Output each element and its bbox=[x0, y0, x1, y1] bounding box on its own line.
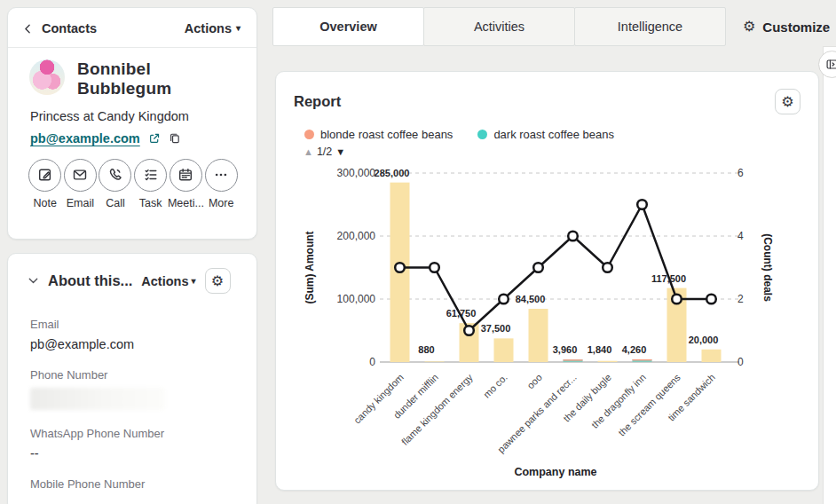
quick-actions-row: NoteEmailCallTaskMeeti...More bbox=[8, 146, 256, 209]
field-value[interactable]: -- bbox=[30, 497, 235, 504]
bar-dunder-mifflin[interactable] bbox=[425, 361, 445, 362]
quick-action-label: More bbox=[209, 197, 233, 209]
left-axis-tick: 200,000 bbox=[337, 230, 376, 242]
legend-dot bbox=[304, 130, 314, 139]
chevron-left-icon bbox=[22, 23, 34, 35]
more-icon bbox=[213, 167, 229, 183]
report-settings-button[interactable]: ⚙ bbox=[775, 89, 801, 114]
right-axis-tick: 4 bbox=[737, 230, 744, 242]
bar-label: 37,500 bbox=[481, 323, 511, 334]
chevron-down-icon: ▾ bbox=[192, 277, 196, 286]
legend-item[interactable]: blonde roast coffee beans bbox=[304, 128, 453, 141]
line-point-the-daily-bugle[interactable] bbox=[603, 263, 612, 272]
bar-label: 285,000 bbox=[375, 168, 410, 178]
email-icon bbox=[72, 167, 88, 183]
chevron-down-icon: ▾ bbox=[236, 24, 241, 33]
about-field: Mobile Phone Number-- bbox=[30, 477, 235, 504]
tab-overview[interactable]: Overview bbox=[272, 7, 424, 46]
chart-legend: blonde roast coffee beansdark roast coff… bbox=[304, 128, 801, 141]
left-axis-tick: 100,000 bbox=[337, 293, 376, 305]
customize-button[interactable]: ⚙ Customize bbox=[737, 7, 835, 46]
gear-icon: ⚙ bbox=[211, 274, 224, 288]
right-axis-title: (Count) deals bbox=[761, 233, 774, 302]
bar-cap bbox=[633, 359, 652, 360]
line-point-candy-kingdom[interactable] bbox=[395, 263, 405, 272]
about-field: Emailpb@example.com bbox=[30, 318, 235, 351]
bar-time-sandwich[interactable] bbox=[702, 350, 722, 362]
line-point-the-scream-queens[interactable] bbox=[672, 295, 682, 304]
contact-actions-button[interactable]: Actions ▾ bbox=[185, 21, 241, 35]
bar-ooo[interactable] bbox=[529, 309, 548, 362]
legend-page-down-button[interactable]: ▼ bbox=[335, 146, 345, 157]
line-point-the-dragonfly-inn[interactable] bbox=[637, 200, 647, 209]
x-category-label: flame kingdom energy bbox=[399, 372, 475, 447]
quick-action-label: Email bbox=[67, 197, 94, 209]
quick-action-more[interactable]: More bbox=[203, 159, 239, 209]
meeting-icon bbox=[177, 167, 193, 183]
right-axis-tick: 2 bbox=[737, 293, 744, 305]
report-card: Report ⚙ blonde roast coffee beansdark r… bbox=[275, 71, 819, 491]
quick-action-meeti[interactable]: Meeti... bbox=[168, 159, 203, 209]
about-card: About this... Actions ▾ ⚙ Emailpb@exampl… bbox=[7, 253, 257, 504]
bar-label: 117,500 bbox=[651, 273, 686, 284]
tab-activities[interactable]: Activities bbox=[423, 7, 575, 46]
bar-label: 20,000 bbox=[689, 335, 719, 345]
legend-pager: ▲ 1/2 ▼ bbox=[304, 146, 801, 158]
field-value[interactable]: pb@example.com bbox=[30, 337, 235, 351]
about-actions-button[interactable]: Actions ▾ bbox=[141, 274, 195, 288]
gear-icon: ⚙ bbox=[743, 20, 755, 34]
quick-action-label: Task bbox=[139, 197, 162, 209]
email-link[interactable]: pb@example.com bbox=[30, 131, 140, 146]
line-point-pawnee-parks-and-recr-[interactable] bbox=[568, 232, 578, 241]
about-card-header: About this... Actions ▾ ⚙ bbox=[8, 254, 256, 294]
avatar bbox=[29, 59, 65, 95]
x-category-label: the scream queens bbox=[616, 372, 682, 438]
quick-action-note[interactable]: Note bbox=[28, 159, 63, 209]
legend-item[interactable]: dark roast coffee beans bbox=[477, 128, 614, 141]
line-point-flame-kingdom-energy[interactable] bbox=[464, 326, 474, 335]
back-to-contacts-button[interactable]: Contacts bbox=[22, 21, 97, 35]
line-point-mo-co-[interactable] bbox=[499, 295, 509, 304]
bar-the-daily-bugle[interactable] bbox=[598, 361, 618, 362]
field-value-redacted bbox=[30, 388, 165, 410]
bar-label: 84,500 bbox=[516, 294, 546, 304]
contact-name: Bonnibel Bubblegum bbox=[77, 59, 201, 99]
bar-label: 880 bbox=[418, 344, 434, 355]
external-link-icon[interactable] bbox=[148, 132, 161, 145]
quick-action-label: Call bbox=[106, 197, 125, 209]
about-settings-button[interactable]: ⚙ bbox=[205, 268, 231, 294]
x-category-label: ooo bbox=[524, 372, 543, 390]
quick-action-email[interactable]: Email bbox=[63, 159, 99, 209]
field-value[interactable]: -- bbox=[30, 446, 235, 461]
back-label: Contacts bbox=[42, 21, 97, 35]
copy-icon[interactable] bbox=[169, 132, 181, 145]
quick-action-label: Meeti... bbox=[168, 197, 204, 209]
right-axis-tick: 0 bbox=[737, 356, 744, 368]
collapse-panel-button[interactable] bbox=[818, 51, 836, 78]
line-point-dunder-mifflin[interactable] bbox=[430, 263, 439, 272]
tab-intelligence[interactable]: Intelligence bbox=[574, 7, 726, 46]
report-title: Report bbox=[294, 93, 341, 110]
left-axis-tick: 300,000 bbox=[337, 167, 376, 179]
legend-page-indicator: 1/2 bbox=[317, 146, 332, 158]
legend-label: blonde roast coffee beans bbox=[320, 128, 453, 141]
bar-label: 61,750 bbox=[446, 308, 477, 319]
legend-label: dark roast coffee beans bbox=[493, 128, 614, 141]
contact-card: Contacts Actions ▾ Bonnibel Bubblegum Pr… bbox=[7, 7, 257, 240]
x-axis-title: Company name bbox=[514, 466, 596, 478]
contact-card-header: Contacts Actions ▾ bbox=[8, 8, 256, 48]
line-point-ooo[interactable] bbox=[533, 263, 543, 272]
bar-label: 3,960 bbox=[553, 344, 578, 355]
bar-mo-co-[interactable] bbox=[494, 338, 514, 362]
line-point-time-sandwich[interactable] bbox=[706, 295, 716, 304]
left-axis-title: (Sum) Amount bbox=[304, 231, 316, 303]
bar-cap bbox=[564, 359, 583, 360]
right-panel-edge bbox=[823, 46, 836, 504]
note-icon bbox=[37, 167, 53, 183]
quick-action-call[interactable]: Call bbox=[98, 159, 133, 209]
right-axis-tick: 6 bbox=[737, 167, 744, 179]
legend-page-up-button[interactable]: ▲ bbox=[304, 146, 313, 157]
quick-action-task[interactable]: Task bbox=[133, 159, 169, 209]
chevron-down-icon[interactable] bbox=[28, 275, 39, 287]
panel-expand-icon bbox=[825, 58, 836, 71]
